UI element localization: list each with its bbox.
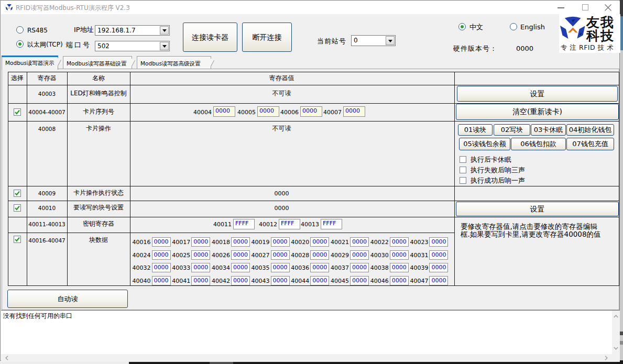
block-field-input[interactable]: 0000 (429, 250, 448, 260)
ethernet-radio[interactable] (16, 40, 24, 48)
ip-dropdown-arrow[interactable] (160, 26, 169, 35)
block-field-input[interactable]: 0000 (350, 276, 369, 285)
ip-address-combobox[interactable]: 192.168.1.7 (95, 25, 170, 36)
serial-field-input[interactable]: 0000 (300, 106, 322, 117)
serial-field-input[interactable]: 0000 (213, 106, 235, 117)
scroll-down-icon[interactable] (614, 347, 618, 350)
block-field-input[interactable]: 0000 (152, 276, 171, 285)
row-40008-value: 不可读 (130, 125, 433, 132)
block-field-input[interactable]: 0000 (271, 237, 290, 247)
tab-modbus-demo[interactable]: Modbus读写器演示 (2, 56, 58, 70)
op-checkbox-2[interactable] (460, 167, 466, 173)
block-field-label: 40046 (370, 278, 388, 284)
set-block-button[interactable]: 设置 (456, 202, 619, 216)
log-textbox[interactable]: 没有找到任何可用的串口 (1, 310, 620, 361)
connect-reader-button[interactable]: 连接读卡器 (183, 23, 237, 52)
op-button-2[interactable]: 02写块 (494, 124, 530, 136)
chinese-radio[interactable] (458, 23, 466, 30)
maximize-button[interactable] (582, 4, 588, 10)
block-field-input[interactable]: 0000 (390, 276, 409, 285)
english-radio[interactable] (510, 23, 517, 30)
op-button-7[interactable]: 07钱包充值 (566, 138, 614, 150)
row-40010-checkbox[interactable] (14, 204, 21, 212)
minimize-button[interactable] (558, 7, 564, 8)
op-checkbox-3[interactable] (460, 177, 466, 184)
station-combobox[interactable]: 0 (351, 35, 396, 46)
row-40009-register: 40009 (27, 190, 67, 197)
block-field-input[interactable]: 0000 (429, 237, 448, 247)
scroll-right-icon[interactable] (605, 356, 608, 360)
block-field-input[interactable]: 0000 (390, 237, 409, 247)
company-logo: 友我 科技 专 注 RFID 技 术 (559, 14, 620, 53)
block-field-input[interactable]: 0000 (152, 250, 171, 260)
station-value: 0 (354, 37, 358, 44)
block-field-input[interactable]: 0000 (310, 250, 329, 260)
block-field-input[interactable]: 0000 (271, 276, 290, 285)
log-vertical-scrollbar[interactable] (612, 311, 620, 354)
block-field-input[interactable]: 0000 (231, 276, 250, 285)
row-40009-checkbox[interactable] (14, 190, 21, 197)
block-field-input[interactable]: 0000 (191, 250, 210, 260)
disconnect-button[interactable]: 断开连接 (242, 23, 292, 52)
block-field-input[interactable]: 0000 (231, 237, 250, 247)
table-hline (8, 201, 619, 201)
rs485-radio[interactable] (16, 26, 24, 34)
log-horizontal-scrollbar[interactable] (1, 354, 612, 362)
op-button-4[interactable]: 04初始化钱包 (566, 124, 614, 136)
block-field-input[interactable]: 0000 (310, 263, 329, 272)
op-button-5[interactable]: 05读钱包余额 (459, 138, 510, 150)
table-hline (8, 186, 619, 186)
block-field-input[interactable]: 0000 (429, 276, 448, 285)
block-field-input[interactable]: 0000 (191, 263, 210, 272)
block-field-input[interactable]: 0000 (350, 263, 369, 272)
scroll-up-icon[interactable] (614, 315, 618, 318)
block-field-label: 40021 (331, 239, 348, 246)
key-field-input[interactable]: FFFF (279, 219, 300, 229)
block-field-input[interactable]: 0000 (390, 263, 409, 272)
row-40016-checkbox[interactable] (14, 236, 21, 243)
block-field-input[interactable]: 0000 (191, 237, 210, 247)
block-field-input[interactable]: 0000 (390, 250, 409, 260)
tab-modbus-advanced-settings[interactable]: Modbus读写器高级设置 (137, 56, 211, 69)
clear-reread-button[interactable]: 清空(重新读卡) (456, 104, 619, 120)
op-button-1[interactable]: 01读块 (458, 124, 493, 136)
block-field-input[interactable]: 0000 (152, 263, 171, 272)
tab-modbus-basic-settings[interactable]: Modbus读写器基础设置 (63, 56, 132, 69)
auto-read-button[interactable]: 自动读 (7, 290, 128, 308)
port-dropdown-arrow[interactable] (160, 42, 169, 50)
serial-field-input[interactable]: 0000 (257, 106, 279, 117)
op-button-3[interactable]: 03卡休眠 (531, 124, 566, 136)
logo-text-line1: 友我 (586, 16, 619, 29)
block-field-label: 40037 (331, 264, 348, 271)
port-combobox[interactable]: 502 (95, 41, 170, 51)
block-field-input[interactable]: 0000 (310, 237, 329, 247)
block-field-input[interactable]: 0000 (310, 276, 329, 285)
set-button[interactable]: 设置 (457, 86, 618, 102)
op-checkbox-label-1: 执行后卡休眠 (471, 156, 511, 163)
screen: RFID读写器Modbus-RTU演示程序 V2.3 RS485 以太网(TCP… (0, 0, 623, 364)
titlebar: RFID读写器Modbus-RTU演示程序 V2.3 (1, 1, 620, 14)
block-field-input[interactable]: 0000 (191, 276, 210, 285)
station-dropdown-arrow[interactable] (386, 36, 395, 45)
block-field-input[interactable]: 0000 (231, 250, 250, 260)
edit-hint-line1: 要修改寄存器值,请点击要修改的寄存器编辑 (461, 223, 613, 230)
serial-field-input[interactable]: 0000 (343, 106, 365, 117)
row-40004-checkbox[interactable] (14, 108, 21, 116)
block-field-input[interactable]: 0000 (271, 250, 290, 260)
block-field-input[interactable]: 0000 (271, 263, 290, 272)
block-field-input[interactable]: 0000 (231, 263, 250, 272)
op-checkbox-1[interactable] (460, 156, 466, 163)
block-field-input[interactable]: 0000 (152, 237, 171, 247)
block-field-label: 40023 (410, 239, 427, 246)
block-field-label: 40039 (410, 264, 427, 271)
key-field-input[interactable]: FFFF (321, 219, 342, 229)
op-button-6[interactable]: 06钱包扣款 (511, 138, 566, 150)
clear-reread-label: 清空(重新读卡) (512, 104, 562, 119)
block-field-input[interactable]: 0000 (350, 237, 369, 247)
close-button[interactable] (604, 4, 612, 12)
block-field-input[interactable]: 0000 (350, 250, 369, 260)
block-field-label: 40045 (331, 278, 348, 284)
scroll-left-icon[interactable] (5, 356, 8, 360)
block-field-input[interactable]: 0000 (429, 263, 448, 272)
key-field-input[interactable]: FFFF (233, 219, 255, 229)
